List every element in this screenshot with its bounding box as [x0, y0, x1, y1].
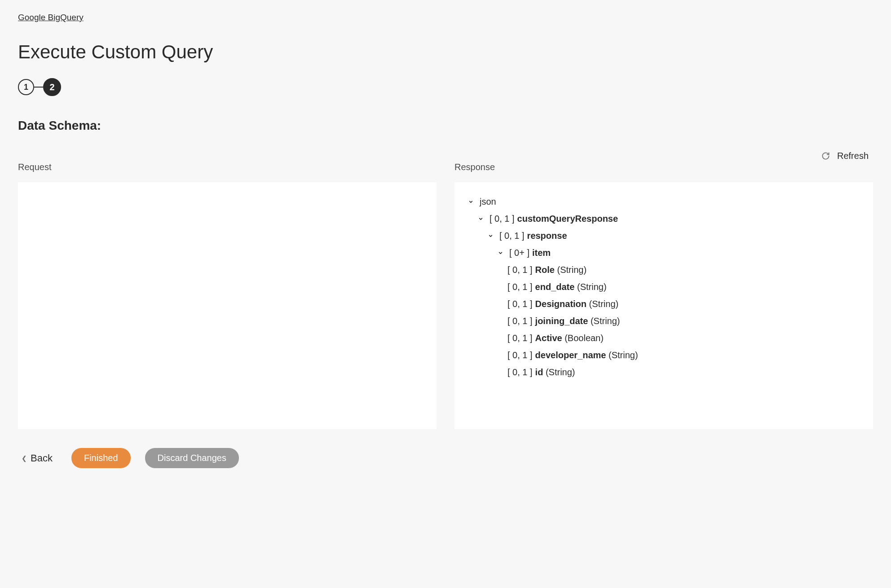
response-panel[interactable]: json [ 0, 1 ] customQueryResponse [ 0, 1…: [454, 182, 873, 429]
step-connector: [34, 87, 43, 88]
refresh-icon: [821, 152, 830, 160]
stepper: 1 2: [18, 78, 873, 96]
cardinality: [ 0, 1 ]: [499, 227, 525, 244]
step-2[interactable]: 2: [43, 78, 61, 96]
field-name: Active: [535, 329, 562, 347]
tree-field-id[interactable]: [ 0, 1 ] id (String): [468, 364, 860, 381]
tree-field-joining-date[interactable]: [ 0, 1 ] joining_date (String): [468, 312, 860, 329]
refresh-button[interactable]: Refresh: [821, 151, 869, 161]
tree-node-json[interactable]: json: [468, 193, 860, 210]
request-panel[interactable]: [18, 182, 437, 429]
cardinality: [ 0, 1 ]: [490, 210, 515, 227]
refresh-label: Refresh: [837, 151, 869, 161]
tree-field-active[interactable]: [ 0, 1 ] Active (Boolean): [468, 329, 860, 347]
tree-node-response[interactable]: [ 0, 1 ] response: [468, 227, 860, 244]
tree-node-label: json: [480, 193, 496, 210]
cardinality: [ 0+ ]: [509, 244, 529, 261]
field-name: end_date: [535, 278, 575, 295]
cardinality: [ 0, 1 ]: [507, 295, 533, 312]
field-type: (Boolean): [565, 329, 604, 347]
field-name: id: [535, 364, 543, 381]
chevron-down-icon[interactable]: [468, 199, 474, 205]
cardinality: [ 0, 1 ]: [507, 347, 533, 364]
discard-changes-button[interactable]: Discard Changes: [145, 448, 239, 468]
back-button[interactable]: ❮ Back: [22, 452, 53, 464]
chevron-down-icon[interactable]: [488, 233, 494, 239]
request-panel-label: Request: [18, 162, 437, 172]
page-title: Execute Custom Query: [18, 41, 873, 63]
field-name: Role: [535, 261, 555, 278]
field-type: (String): [577, 278, 607, 295]
field-type: (String): [557, 261, 587, 278]
field-type: (String): [609, 347, 638, 364]
finished-button[interactable]: Finished: [71, 448, 131, 468]
field-name: joining_date: [535, 312, 588, 329]
section-title-data-schema: Data Schema:: [18, 118, 873, 133]
tree-node-item[interactable]: [ 0+ ] item: [468, 244, 860, 261]
chevron-left-icon: ❮: [22, 455, 27, 462]
field-name: customQueryResponse: [517, 210, 618, 227]
tree-node-customqueryresponse[interactable]: [ 0, 1 ] customQueryResponse: [468, 210, 860, 227]
tree-field-designation[interactable]: [ 0, 1 ] Designation (String): [468, 295, 860, 312]
response-panel-label: Response: [454, 162, 873, 172]
field-type: (String): [546, 364, 575, 381]
field-name: Designation: [535, 295, 587, 312]
field-type: (String): [589, 295, 619, 312]
chevron-down-icon[interactable]: [478, 216, 484, 222]
cardinality: [ 0, 1 ]: [507, 261, 533, 278]
field-name: item: [532, 244, 551, 261]
chevron-down-icon[interactable]: [498, 250, 504, 256]
step-1[interactable]: 1: [18, 79, 34, 95]
cardinality: [ 0, 1 ]: [507, 364, 533, 381]
cardinality: [ 0, 1 ]: [507, 329, 533, 347]
field-name: developer_name: [535, 347, 606, 364]
field-name: response: [527, 227, 567, 244]
cardinality: [ 0, 1 ]: [507, 312, 533, 329]
back-label: Back: [31, 452, 53, 464]
tree-field-developer-name[interactable]: [ 0, 1 ] developer_name (String): [468, 347, 860, 364]
tree-field-role[interactable]: [ 0, 1 ] Role (String): [468, 261, 860, 278]
tree-field-end-date[interactable]: [ 0, 1 ] end_date (String): [468, 278, 860, 295]
breadcrumb[interactable]: Google BigQuery: [18, 13, 84, 22]
cardinality: [ 0, 1 ]: [507, 278, 533, 295]
field-type: (String): [591, 312, 620, 329]
